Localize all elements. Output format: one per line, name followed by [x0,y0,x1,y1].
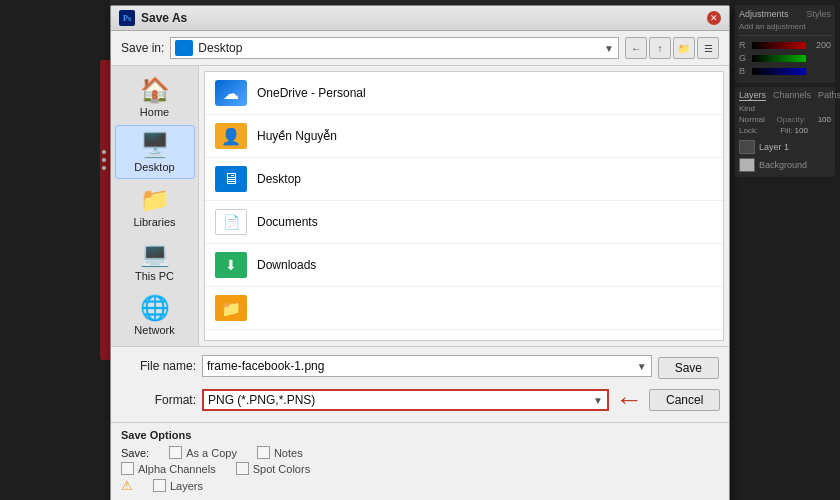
new-folder-icon: 📁 [678,43,690,54]
nav-home[interactable]: 🏠 Home [115,71,195,123]
view-button[interactable]: ☰ [697,37,719,59]
format-select[interactable]: PNG (*.PNG,*.PNS) ▼ [202,389,609,411]
save-options-row-2: Alpha Channels Spot Colors [121,462,310,475]
layers-label: Layers [170,480,203,492]
nav-desktop-label: Desktop [134,161,174,173]
format-dropdown-arrow: ▼ [593,395,603,406]
folder-downloads[interactable]: ⬇ Downloads [205,244,723,287]
back-icon: ← [631,43,641,54]
alpha-channels-label: Alpha Channels [138,463,216,475]
format-value: PNG (*.PNG,*.PNS) [208,393,315,407]
downloads-folder-name: Downloads [257,258,316,272]
back-button[interactable]: ← [625,37,647,59]
dialog-titlebar: Ps Save As ✕ [111,6,729,31]
toolbar-icons: ← ↑ 📁 ☰ [625,37,719,59]
up-button[interactable]: ↑ [649,37,671,59]
desktop-folder-name: Desktop [257,172,301,186]
save-in-label: Save in: [121,41,164,55]
format-label: Format: [121,393,196,407]
view-icon: ☰ [704,43,713,54]
extra-folder-icon: 📁 [215,295,247,321]
save-in-row: Save in: Desktop ▼ ← ↑ 📁 ☰ [111,31,729,66]
as-copy-checkbox[interactable] [169,446,182,459]
nav-this-pc[interactable]: 💻 This PC [115,235,195,287]
documents-folder-name: Documents [257,215,318,229]
red-arrow: ← [615,384,643,416]
file-name-label: File name: [121,359,196,373]
nav-this-pc-label: This PC [135,270,174,282]
ps-app-icon: Ps [119,10,135,26]
save-options-title: Save Options [121,429,310,441]
layers-checkbox[interactable] [153,479,166,492]
format-wrapper: PNG (*.PNG,*.PNS) ▼ ← [202,384,643,416]
save-button[interactable]: Save [658,357,719,379]
nav-desktop[interactable]: 🖥️ Desktop [115,125,195,179]
close-button[interactable]: ✕ [707,11,721,25]
dialog-title: Save As [141,11,187,25]
save-in-dropdown-arrow: ▼ [604,43,614,54]
folder-list[interactable]: ☁ OneDrive - Personal 👤 Huyền Nguyễn 🖥 D… [204,71,724,341]
up-icon: ↑ [658,43,663,54]
spot-colors-label: Spot Colors [253,463,310,475]
folder-onedrive[interactable]: ☁ OneDrive - Personal [205,72,723,115]
nav-sidebar: 🏠 Home 🖥️ Desktop 📁 Libraries 💻 This PC … [111,66,199,346]
dialog-title-area: Ps Save As [119,10,187,26]
file-name-input[interactable]: frame-facebook-1.png ▼ [202,355,652,377]
cancel-button[interactable]: Cancel [649,389,720,411]
save-in-value: Desktop [198,41,242,55]
desktop-folder-icon [175,40,193,56]
dialog-main: 🏠 Home 🖥️ Desktop 📁 Libraries 💻 This PC … [111,66,729,346]
user-folder-icon: 👤 [215,123,247,149]
save-btn-row: Save [658,357,719,379]
save-as-dialog: Ps Save As ✕ Save in: Desktop ▼ ← ↑ [110,5,730,500]
file-name-row: File name: frame-facebook-1.png ▼ Save [121,353,719,379]
documents-folder-icon: 📄 [215,209,247,235]
desktop-icon: 🖥️ [140,131,170,159]
nav-libraries-label: Libraries [133,216,175,228]
as-copy-option[interactable]: As a Copy [169,446,237,459]
filename-dropdown-arrow: ▼ [637,361,647,372]
nav-home-label: Home [140,106,169,118]
format-row: Format: PNG (*.PNG,*.PNS) ▼ ← Cancel [121,384,719,416]
file-name-value: frame-facebook-1.png [207,359,324,373]
folder-desktop[interactable]: 🖥 Desktop [205,158,723,201]
save-options: Save Options Save: As a Copy Notes [111,422,729,500]
save-options-row-3: ⚠ Layers [121,478,310,493]
spot-colors-checkbox[interactable] [236,462,249,475]
alpha-channels-checkbox[interactable] [121,462,134,475]
save-label: Save: [121,447,149,459]
this-pc-icon: 💻 [140,240,170,268]
notes-option[interactable]: Notes [257,446,303,459]
onedrive-folder-name: OneDrive - Personal [257,86,366,100]
network-icon: 🌐 [140,294,170,322]
dialog-overlay: Ps Save As ✕ Save in: Desktop ▼ ← ↑ [0,0,840,500]
save-in-select[interactable]: Desktop ▼ [170,37,619,59]
alpha-channels-option[interactable]: Alpha Channels [121,462,216,475]
folder-documents[interactable]: 📄 Documents [205,201,723,244]
downloads-folder-icon: ⬇ [215,252,247,278]
notes-checkbox[interactable] [257,446,270,459]
notes-label: Notes [274,447,303,459]
onedrive-folder-icon: ☁ [215,80,247,106]
warning-icon: ⚠ [121,478,133,493]
libraries-icon: 📁 [140,186,170,214]
save-options-row-1: Save: As a Copy Notes [121,446,310,459]
desktop-folder-icon-list: 🖥 [215,166,247,192]
user-folder-name: Huyền Nguyễn [257,129,337,143]
nav-network-label: Network [134,324,174,336]
home-icon: 🏠 [140,76,170,104]
spot-colors-option[interactable]: Spot Colors [236,462,310,475]
new-folder-button[interactable]: 📁 [673,37,695,59]
folder-user[interactable]: 👤 Huyền Nguyễn [205,115,723,158]
nav-network[interactable]: 🌐 Network [115,289,195,341]
as-copy-label: As a Copy [186,447,237,459]
layers-option[interactable]: Layers [153,479,203,492]
folder-extra[interactable]: 📁 [205,287,723,330]
dialog-bottom: File name: frame-facebook-1.png ▼ Save F… [111,346,729,422]
nav-libraries[interactable]: 📁 Libraries [115,181,195,233]
